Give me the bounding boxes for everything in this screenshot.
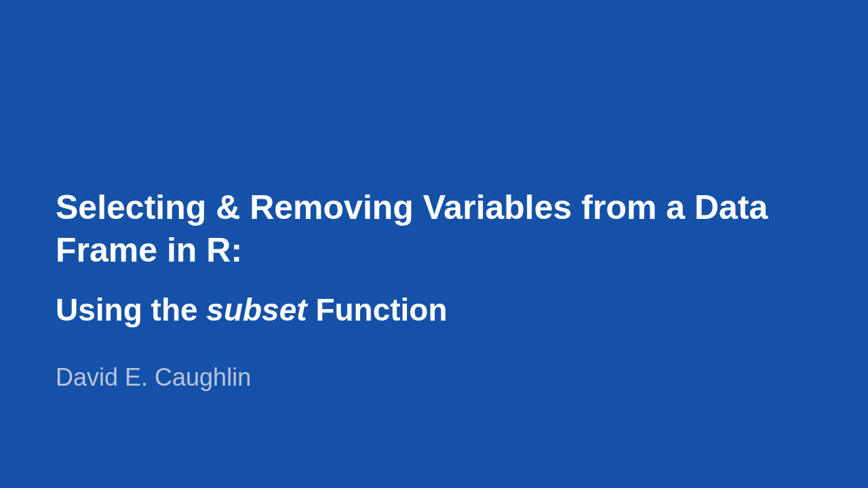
slide-content: Selecting & Removing Variables from a Da… — [56, 186, 827, 392]
slide-author: David E. Caughlin — [56, 363, 827, 392]
slide-subtitle: Using the subset Function — [56, 290, 827, 331]
subtitle-italic: subset — [206, 292, 307, 327]
subtitle-prefix: Using the — [56, 292, 206, 327]
slide-title: Selecting & Removing Variables from a Da… — [56, 186, 827, 271]
subtitle-suffix: Function — [307, 292, 448, 327]
